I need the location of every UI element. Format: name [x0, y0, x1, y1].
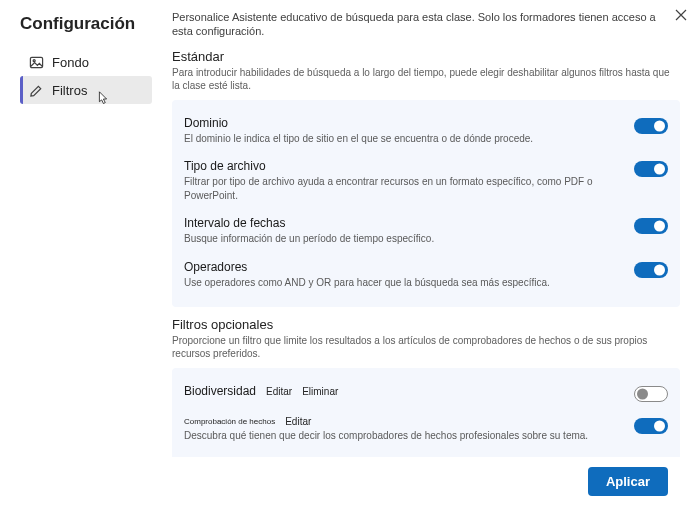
sidebar-item-label: Filtros — [52, 83, 87, 98]
sidebar-item-filtros[interactable]: Filtros — [20, 76, 152, 104]
toggle-operadores[interactable] — [634, 262, 668, 278]
filter-factcheck: Comprobación de hechos Editar Descubra q… — [184, 410, 668, 451]
delete-link[interactable]: Eliminar — [302, 386, 338, 397]
filter-title: Intervalo de fechas — [184, 216, 622, 230]
standard-desc: Para introducir habilidades de búsqueda … — [172, 66, 680, 92]
edit-link[interactable]: Editar — [266, 386, 292, 397]
apply-button[interactable]: Aplicar — [588, 467, 668, 496]
optional-desc: Proporcione un filtro que limite los res… — [172, 334, 680, 360]
toggle-dominio[interactable] — [634, 118, 668, 134]
sidebar: Configuración Fondo Filtros — [0, 0, 160, 510]
optional-card: Biodiversidad Editar Eliminar Comprobaci… — [172, 368, 680, 457]
sidebar-title: Configuración — [20, 14, 152, 34]
scroll-area[interactable]: Estándar Para introducir habilidades de … — [172, 47, 686, 457]
sidebar-item-label: Fondo — [52, 55, 89, 70]
optional-title: Filtros opcionales — [172, 317, 680, 332]
filter-tipo-archivo: Tipo de archivo Filtrar por tipo de arch… — [184, 153, 668, 210]
edit-link[interactable]: Editar — [285, 416, 311, 427]
filter-title: Biodiversidad — [184, 384, 256, 398]
image-icon — [28, 54, 44, 70]
filter-operadores: Operadores Use operadores como AND y OR … — [184, 254, 668, 298]
standard-title: Estándar — [172, 49, 680, 64]
dialog-footer: Aplicar — [172, 457, 686, 510]
filter-desc: Busque información de un período de tiem… — [184, 232, 622, 246]
panel-subtitle: Personalice Asistente educativo de búsqu… — [172, 10, 686, 39]
sidebar-item-fondo[interactable]: Fondo — [20, 48, 152, 76]
pencil-icon — [28, 82, 44, 98]
filter-title: Dominio — [184, 116, 622, 130]
close-icon — [675, 9, 687, 21]
filter-desc: Descubra qué tienen que decir los compro… — [184, 429, 622, 443]
filter-desc: El dominio le indica el tipo de sitio en… — [184, 132, 622, 146]
close-button[interactable] — [672, 6, 690, 24]
filter-title: Tipo de archivo — [184, 159, 622, 173]
filter-title: Operadores — [184, 260, 622, 274]
filter-desc: Filtrar por tipo de archivo ayuda a enco… — [184, 175, 622, 202]
toggle-biodiversidad[interactable] — [634, 386, 668, 402]
svg-rect-0 — [30, 57, 42, 67]
toggle-tipo-archivo[interactable] — [634, 161, 668, 177]
filter-desc: Use operadores como AND y OR para hacer … — [184, 276, 622, 290]
svg-point-1 — [33, 59, 35, 61]
dialog-body: Configuración Fondo Filtros Personalice … — [0, 0, 700, 510]
main-panel: Personalice Asistente educativo de búsqu… — [160, 0, 700, 510]
filter-intervalo-fechas: Intervalo de fechas Busque información d… — [184, 210, 668, 254]
toggle-intervalo-fechas[interactable] — [634, 218, 668, 234]
filter-dominio: Dominio El dominio le indica el tipo de … — [184, 110, 668, 154]
filter-biodiversidad: Biodiversidad Editar Eliminar — [184, 378, 668, 410]
standard-card: Dominio El dominio le indica el tipo de … — [172, 100, 680, 308]
factcheck-label: Comprobación de hechos — [184, 417, 275, 426]
settings-dialog: Configuración Fondo Filtros Personalice … — [0, 0, 700, 510]
toggle-factcheck[interactable] — [634, 418, 668, 434]
